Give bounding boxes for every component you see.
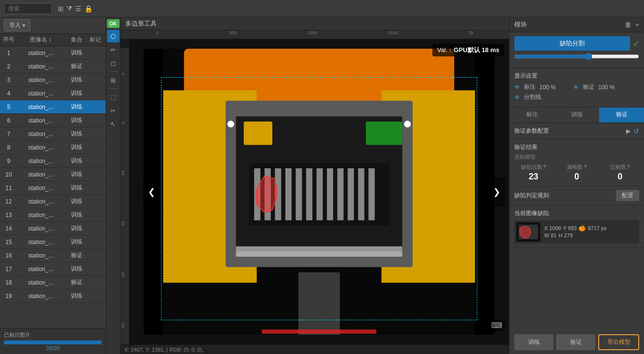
threshold-slider[interactable] xyxy=(514,53,639,60)
row-id: 11 xyxy=(2,185,15,191)
table-row[interactable]: 10 station_... 训练 xyxy=(0,168,106,181)
ok-badge: OK xyxy=(107,19,120,28)
verify-eye-icon[interactable]: 👁 xyxy=(573,84,579,91)
config-arrow-icon[interactable]: ▶ xyxy=(626,128,631,135)
history-icon[interactable]: ↺ xyxy=(633,127,639,135)
ruler-vertical: 0 5 10 15 20 25 xyxy=(121,48,129,344)
row-id: 19 xyxy=(2,293,15,300)
defect-thumbnail xyxy=(516,222,540,242)
tab-annotate[interactable]: 标注 xyxy=(510,108,554,123)
col-name[interactable]: 图像名 ↕ xyxy=(15,36,66,44)
search-input[interactable] xyxy=(4,3,52,14)
tool-separator-2 xyxy=(108,88,118,89)
defect-help-icon[interactable]: ? xyxy=(543,164,546,170)
delete-module-icon[interactable]: + xyxy=(635,21,639,28)
label-visibility-row: 👁 标注 100 % 👁 验证 100 % xyxy=(514,83,639,91)
ruler-v-marks: 0 5 10 15 20 25 xyxy=(121,48,129,344)
table-row[interactable]: 17 station_... 训练 xyxy=(0,262,106,276)
keyboard-icon[interactable]: ⌨ xyxy=(488,320,505,331)
over-help-icon[interactable]: ? xyxy=(627,164,630,170)
import-button[interactable]: 导入 xyxy=(4,19,30,31)
table-row[interactable]: 5 station_... 训练 xyxy=(0,100,106,114)
eraser-tool[interactable]: ◻ xyxy=(107,57,120,69)
table-row[interactable]: 11 station_... 训练 xyxy=(0,181,106,195)
defect-seg-button[interactable]: 缺陷分割 xyxy=(514,36,630,51)
table-row[interactable]: 2 station_... 验证 xyxy=(0,60,106,73)
row-name: station_... xyxy=(15,198,66,205)
row-id: 16 xyxy=(2,252,15,259)
polygon-tool[interactable]: ⬡ xyxy=(107,30,120,42)
image-canvas[interactable]: Val.：GPU默认 18 ms ❮ ❯ ⌨ xyxy=(129,39,509,344)
progress-bar-fill xyxy=(4,340,102,344)
selection-tool[interactable]: ⬚ xyxy=(107,91,120,103)
stat-defect-val: 23 xyxy=(514,172,553,182)
brush-tool[interactable]: ✏ xyxy=(107,43,120,56)
table-row[interactable]: 1 station_... 训练 xyxy=(0,46,106,60)
main-layout: 导入 序号 图像名 ↕ 集合 标记 1 station_... 训练 2 sta… xyxy=(0,17,644,354)
verify-pct: 100 % xyxy=(598,84,615,91)
current-model-label: 当前模型 xyxy=(514,153,639,161)
table-row[interactable]: 15 station_... 训练 xyxy=(0,235,106,249)
table-row[interactable]: 6 station_... 训练 xyxy=(0,114,106,127)
table-row[interactable]: 18 station_... 验证 xyxy=(0,276,106,289)
coords-display: X: 2407, Y: 1381, | RGB: (0, 0, 0), xyxy=(124,347,203,353)
table-row[interactable]: 16 station_... 验证 xyxy=(0,249,106,262)
canvas-title: 多边形工具 xyxy=(121,17,509,30)
row-name: station_... xyxy=(15,225,66,232)
defect-item[interactable]: X 1008 Y 983 🍊 8717 px W 81 H 279 xyxy=(514,220,639,244)
current-defect-title: 当前图像缺陷 xyxy=(514,209,639,218)
stat-miss: 漏检数 ? 0 xyxy=(558,163,596,182)
stat-defect-label: 缺陷总数 ? xyxy=(514,163,553,171)
tab-train[interactable]: 训练 xyxy=(554,108,599,123)
export-model-button[interactable]: 导出模型 xyxy=(598,334,639,350)
tab-verify[interactable]: 验证 xyxy=(599,108,644,123)
col-id: 序号 xyxy=(2,36,15,44)
selection-box xyxy=(161,77,477,320)
table-row[interactable]: 9 station_... 训练 xyxy=(0,154,106,168)
table-row[interactable]: 13 station_... 训练 xyxy=(0,208,106,222)
next-image-button[interactable]: ❯ xyxy=(488,177,505,206)
miss-help-icon[interactable]: ? xyxy=(584,164,587,170)
grid-icon[interactable]: ⊞ xyxy=(58,5,64,13)
defect-x: X 1008 xyxy=(544,225,561,231)
status-bar-left: 已标注图片 20/20 xyxy=(0,328,106,354)
verify-stats: 缺陷总数 ? 23 漏检数 ? 0 过检数 ? xyxy=(514,163,639,182)
grid-tool[interactable]: ⊞ xyxy=(107,74,120,86)
config-button[interactable]: 配置 xyxy=(616,190,639,201)
filter-icon[interactable]: ⧩ xyxy=(67,4,72,13)
add-module-icon[interactable]: 🗑 xyxy=(625,21,631,28)
divider-eye-icon[interactable]: 👁 xyxy=(514,94,520,101)
lock-icon[interactable]: 🔒 xyxy=(84,5,93,13)
row-set: 训练 xyxy=(66,211,87,219)
tool-separator-1 xyxy=(108,71,118,72)
divider-label: 分割线 xyxy=(524,93,541,101)
display-settings-title: 显示设置 xyxy=(514,72,639,80)
row-name: station_... xyxy=(15,293,66,300)
table-row[interactable]: 19 station_... 训练 xyxy=(0,289,106,303)
table-header: 序号 图像名 ↕ 集合 标记 xyxy=(0,34,106,46)
defect-px: 8717 px xyxy=(588,225,606,231)
row-id: 12 xyxy=(2,198,15,205)
prev-image-button[interactable]: ❮ xyxy=(143,177,160,206)
check-icon[interactable]: ✓ xyxy=(633,39,639,48)
stat-over-val: 0 xyxy=(601,172,639,182)
label-text: 标注 xyxy=(524,83,536,91)
verify-config-controls: ▶ ↺ xyxy=(626,127,639,135)
row-name: station_... xyxy=(15,185,66,191)
list-icon[interactable]: ☰ xyxy=(75,5,81,13)
table-row[interactable]: 12 station_... 训练 xyxy=(0,195,106,208)
crop-tool[interactable]: ✂ xyxy=(107,104,120,117)
table-row[interactable]: 14 station_... 训练 xyxy=(0,222,106,235)
stat-defect: 缺陷总数 ? 23 xyxy=(514,163,553,182)
row-id: 8 xyxy=(2,144,15,151)
verify-button[interactable]: 验证 xyxy=(556,334,595,350)
move-tool[interactable]: ↖ xyxy=(107,118,120,130)
table-row[interactable]: 8 station_... 训练 xyxy=(0,141,106,154)
train-button[interactable]: 训练 xyxy=(514,334,553,350)
table-row[interactable]: 7 station_... 训练 xyxy=(0,127,106,141)
table-row[interactable]: 4 station_... 训练 xyxy=(0,87,106,100)
table-row[interactable]: 3 station_... 训练 xyxy=(0,73,106,87)
defect-seg-section: 缺陷分割 ✓ xyxy=(510,32,644,68)
col-set: 集合 xyxy=(66,36,87,44)
label-eye-icon[interactable]: 👁 xyxy=(514,84,520,91)
